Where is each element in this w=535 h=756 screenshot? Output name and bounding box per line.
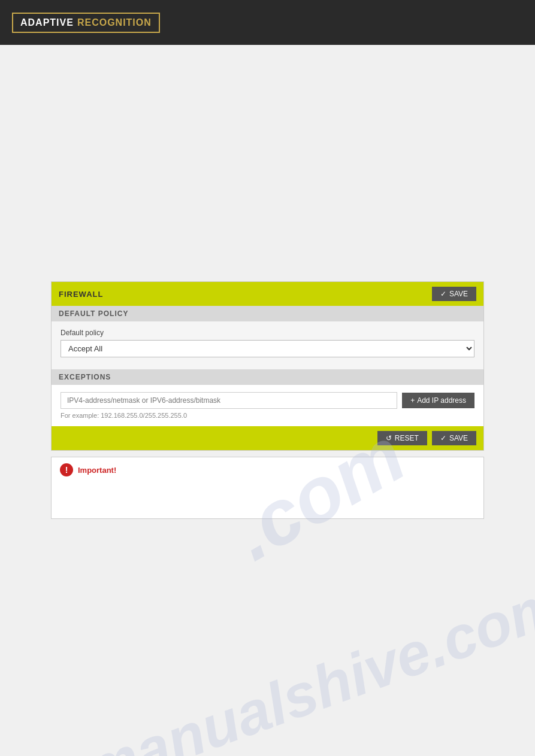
firewall-panel: FIREWALL ✓ SAVE DEFAULT POLICY Default p… [51, 281, 484, 451]
save-top-button[interactable]: ✓ SAVE [432, 287, 476, 301]
section-divider [52, 365, 483, 369]
bottom-bar: ↺ RESET ✓ SAVE [52, 426, 483, 450]
ip-input-row: + Add IP address [61, 392, 474, 409]
important-icon: ! [60, 463, 73, 476]
plus-icon: + [410, 396, 415, 405]
reset-label: RESET [395, 434, 419, 442]
exceptions-title: EXCEPTIONS [59, 373, 111, 381]
checkmark-icon-bottom: ✓ [440, 434, 446, 442]
default-policy-title: DEFAULT POLICY [59, 309, 128, 318]
default-policy-select[interactable]: Accept All Deny All Drop All [61, 340, 474, 357]
save-top-label: SAVE [449, 290, 468, 298]
important-label: Important! [78, 466, 116, 475]
exceptions-body: + Add IP address For example: 192.168.25… [52, 385, 483, 426]
important-body [52, 482, 483, 518]
exceptions-section-header: EXCEPTIONS [52, 369, 483, 385]
exceptions-section: EXCEPTIONS + Add IP address For example:… [52, 369, 483, 426]
logo-recognition-text: RECOGNITION [77, 17, 152, 28]
save-bottom-button[interactable]: ✓ SAVE [432, 431, 476, 445]
default-policy-body: Default policy Accept All Deny All Drop … [52, 321, 483, 365]
logo-adaptive-text: ADAPTIVE [20, 17, 74, 28]
firewall-header: FIREWALL ✓ SAVE [52, 282, 483, 306]
reset-button[interactable]: ↺ RESET [377, 431, 427, 445]
save-bottom-label: SAVE [449, 434, 468, 442]
watermark-2: manualshive.com [75, 569, 535, 756]
ip-example: For example: 192.168.255.0/255.255.255.0 [61, 412, 474, 419]
add-ip-label: Add IP address [417, 396, 466, 405]
main-content: .com manualshive.com FIREWALL ✓ SAVE DEF… [0, 281, 535, 756]
logo: ADAPTIVE RECOGNITION [12, 13, 160, 33]
checkmark-icon: ✓ [440, 290, 446, 298]
firewall-title: FIREWALL [59, 290, 103, 299]
ip-address-input[interactable] [61, 392, 397, 409]
default-policy-section-header: DEFAULT POLICY [52, 306, 483, 321]
reset-icon: ↺ [386, 434, 392, 442]
important-header: ! Important! [52, 457, 483, 482]
add-ip-button[interactable]: + Add IP address [402, 393, 474, 408]
default-policy-label: Default policy [61, 329, 474, 337]
important-panel: ! Important! [51, 457, 484, 519]
app-header: ADAPTIVE RECOGNITION [0, 0, 535, 45]
